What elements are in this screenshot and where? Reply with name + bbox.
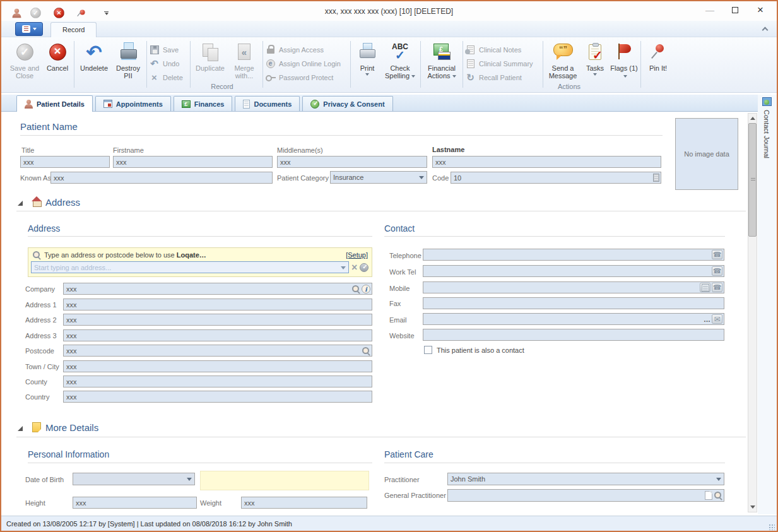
work-tel-field[interactable] bbox=[423, 265, 724, 277]
undelete-button[interactable]: Undelete bbox=[76, 40, 112, 72]
ellipsis-icon[interactable] bbox=[704, 316, 710, 323]
postcode-label: Postcode bbox=[25, 347, 54, 355]
tab-appointments[interactable]: Appointments bbox=[95, 96, 171, 111]
also-contact-checkbox[interactable] bbox=[424, 346, 432, 354]
pin-it-button[interactable]: Pin It! bbox=[643, 40, 673, 72]
divider bbox=[16, 437, 746, 437]
send-a-message-button[interactable]: Send a Message bbox=[545, 40, 581, 80]
county-field[interactable] bbox=[63, 375, 372, 387]
assign-online-login-button[interactable]: Assign Online Login bbox=[265, 58, 348, 69]
delete-button[interactable]: Delete bbox=[149, 72, 188, 83]
search-icon[interactable] bbox=[362, 346, 370, 355]
address3-field[interactable] bbox=[63, 329, 372, 341]
collapse-more-details-icon[interactable] bbox=[18, 426, 23, 431]
ribbon-separator bbox=[190, 41, 191, 88]
phone-icon[interactable] bbox=[712, 266, 722, 276]
email-field[interactable] bbox=[423, 313, 724, 325]
page-icon[interactable] bbox=[705, 491, 712, 500]
divider bbox=[384, 236, 725, 237]
weight-field[interactable] bbox=[241, 497, 367, 509]
duplicate-button[interactable]: Duplicate bbox=[192, 40, 228, 72]
address-search-input[interactable] bbox=[31, 261, 349, 273]
loqate-setup-link[interactable]: [Setup] bbox=[346, 251, 368, 259]
cancel-button[interactable]: Cancel bbox=[43, 40, 72, 72]
company-field[interactable] bbox=[63, 283, 372, 295]
mobile-field[interactable] bbox=[423, 281, 724, 293]
clinical-summary-button[interactable]: Clinical Summary bbox=[465, 58, 541, 69]
title-field[interactable] bbox=[20, 156, 110, 168]
tasks-button[interactable]: Tasks bbox=[581, 40, 610, 76]
privacy-consent-icon bbox=[310, 100, 319, 109]
tab-privacy-consent[interactable]: Privacy & Consent bbox=[302, 96, 392, 111]
search-icon[interactable] bbox=[351, 285, 360, 293]
postcode-field[interactable] bbox=[63, 345, 372, 357]
close-button[interactable]: × bbox=[748, 1, 773, 19]
scrollbar-thumb[interactable] bbox=[748, 123, 757, 237]
contact-journal-icon bbox=[762, 97, 772, 106]
tab-finances[interactable]: Finances bbox=[174, 96, 233, 111]
patient-name-heading: Patient Name bbox=[20, 121, 78, 132]
confirm-icon[interactable] bbox=[360, 263, 368, 272]
practitioner-label: Practitioner bbox=[384, 476, 420, 483]
maximize-button[interactable] bbox=[722, 1, 748, 19]
destroy-pii-button[interactable]: Destroy PII bbox=[112, 40, 144, 80]
firstname-field[interactable] bbox=[113, 156, 273, 168]
merge-with-button[interactable]: Merge with... bbox=[228, 40, 261, 80]
save-and-close-button[interactable]: Save and Close bbox=[6, 40, 43, 80]
password-protect-button[interactable]: Password Protect bbox=[265, 72, 348, 83]
keypad-icon[interactable] bbox=[653, 174, 659, 182]
flags-button[interactable]: Flags (1) bbox=[610, 40, 639, 80]
known-as-field[interactable] bbox=[50, 172, 273, 184]
minimize-button[interactable]: — bbox=[697, 1, 722, 19]
chevron-down-icon[interactable] bbox=[341, 266, 346, 269]
ribbon-separator bbox=[640, 41, 641, 88]
collapse-ribbon-button[interactable] bbox=[760, 25, 769, 33]
envelope-icon[interactable] bbox=[712, 314, 722, 324]
address1-field[interactable] bbox=[63, 299, 372, 310]
ribbon-tab-record[interactable]: Record bbox=[50, 22, 97, 38]
recall-patient-button[interactable]: Recall Patient bbox=[465, 72, 541, 83]
lastname-field[interactable] bbox=[432, 156, 661, 168]
height-field[interactable] bbox=[73, 497, 197, 509]
title-bar: xxx, xxx xxx xxx (xxx) [10] [DELETED] — … bbox=[1, 1, 777, 21]
tab-patient-details[interactable]: Patient Details bbox=[16, 95, 93, 112]
town-city-field[interactable] bbox=[63, 360, 372, 372]
tab-documents[interactable]: Documents bbox=[235, 96, 300, 111]
collapse-address-icon[interactable] bbox=[18, 201, 23, 206]
undo-button[interactable]: Undo bbox=[149, 58, 188, 69]
phone-icon[interactable] bbox=[712, 250, 722, 259]
clinical-notes-button[interactable]: Clinical Notes bbox=[465, 44, 541, 55]
sms-icon[interactable] bbox=[700, 283, 710, 292]
phone-icon[interactable] bbox=[712, 283, 722, 292]
address3-label: Address 3 bbox=[25, 332, 57, 340]
notepad-icon bbox=[32, 422, 41, 432]
scroll-down-arrow[interactable] bbox=[748, 502, 757, 512]
scroll-up-arrow[interactable] bbox=[748, 114, 757, 123]
chevron-down-icon bbox=[411, 75, 415, 78]
dob-select[interactable] bbox=[73, 473, 195, 485]
print-button[interactable]: Print bbox=[353, 40, 382, 76]
website-field[interactable] bbox=[423, 329, 724, 341]
country-field[interactable] bbox=[63, 391, 372, 403]
application-menu-icon bbox=[22, 25, 30, 33]
code-field[interactable] bbox=[451, 172, 661, 184]
patient-category-select[interactable]: Insurance bbox=[330, 171, 427, 184]
telephone-field[interactable] bbox=[423, 249, 724, 261]
chevron-down-icon bbox=[365, 73, 369, 76]
fax-field[interactable] bbox=[423, 297, 724, 309]
search-icon[interactable] bbox=[714, 491, 722, 500]
save-button[interactable]: Save bbox=[149, 44, 188, 55]
clear-icon[interactable] bbox=[351, 262, 357, 273]
contact-journal-tab[interactable]: Contact Journal bbox=[758, 95, 777, 514]
middlename-field[interactable] bbox=[277, 156, 427, 168]
resize-grip[interactable] bbox=[769, 524, 775, 530]
application-menu-button[interactable] bbox=[15, 22, 43, 36]
general-practitioner-field[interactable] bbox=[447, 489, 724, 502]
address2-field[interactable] bbox=[63, 314, 372, 326]
practitioner-select[interactable]: John Smith bbox=[447, 473, 724, 485]
vertical-scrollbar[interactable] bbox=[748, 113, 757, 512]
assign-access-button[interactable]: Assign Access bbox=[265, 44, 348, 55]
info-icon[interactable] bbox=[362, 285, 370, 293]
financial-actions-button[interactable]: Financial Actions bbox=[423, 40, 461, 80]
check-spelling-button[interactable]: Check Spelling bbox=[382, 40, 418, 80]
